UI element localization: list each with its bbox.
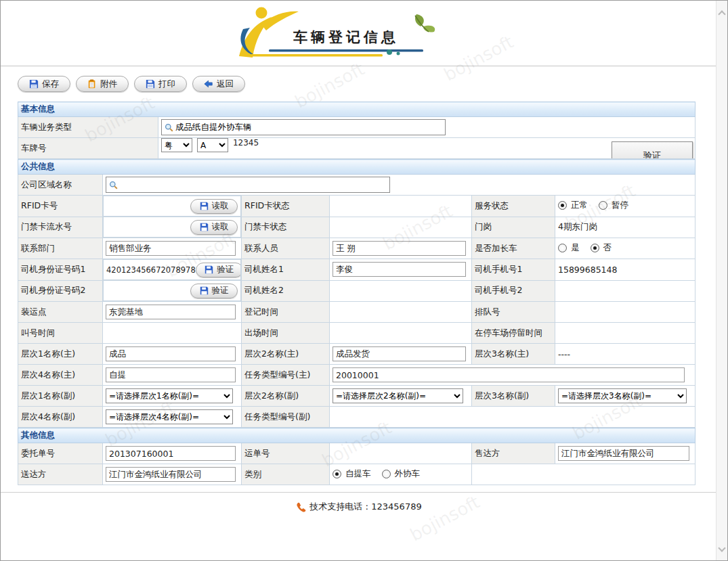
footer: 技术支持电话：123456789 — [1, 501, 717, 513]
driver1-name-cell: 李俊 — [330, 259, 472, 281]
category-cell: 自提车 外协车 — [330, 464, 472, 485]
long-vehicle-cell: 是 否 — [555, 238, 695, 259]
level2-sub-select[interactable]: =请选择层次2名称(副)= — [333, 388, 463, 403]
category-label: 类别 — [242, 464, 330, 485]
scroll-up-icon[interactable] — [718, 10, 725, 18]
level2-sub-cell: =请选择层次2名称(副)= — [330, 386, 472, 407]
access-status-value — [330, 217, 472, 238]
driver2-name-label: 司机姓名2 — [242, 280, 330, 302]
leaf-decoration-icon — [406, 12, 440, 40]
driver1-name-input[interactable]: 李俊 — [333, 262, 466, 277]
task-type-main-cell: 20010001 — [330, 365, 695, 386]
business-type-cell — [158, 117, 695, 138]
commission-number-cell: 201307160001 — [103, 443, 242, 464]
exit-time-label: 出场时间 — [242, 323, 330, 344]
print-button[interactable]: 打印 — [134, 76, 187, 92]
level4-sub-select[interactable]: =请选择层次4名称(副)= — [106, 409, 233, 424]
level4-main-cell: 自提 — [103, 365, 242, 386]
registration-time-value — [330, 302, 472, 323]
service-pause-radio[interactable] — [599, 201, 607, 210]
level4-main-input[interactable]: 自提 — [106, 367, 236, 382]
level2-main-label: 层次2名称(主) — [242, 344, 330, 365]
magnifier-icon — [109, 181, 118, 189]
save-icon — [29, 79, 39, 89]
attachment-button[interactable]: 附件 — [76, 76, 129, 92]
loading-point-cell: 东莞基地 — [103, 302, 242, 323]
commission-number-input[interactable]: 201307160001 — [106, 446, 236, 461]
task-type-sub-label: 任务类型编号(副) — [242, 407, 330, 428]
waybill-number-label: 运单号 — [242, 443, 330, 464]
level1-main-input[interactable]: 成品 — [106, 346, 236, 361]
contact-person-label: 联系人员 — [242, 238, 330, 259]
save-button[interactable]: 保存 — [18, 76, 70, 92]
rfid-read-button[interactable]: 读取 — [190, 199, 238, 214]
queue-number-label: 排队号 — [472, 302, 555, 323]
category-outsourced-radio[interactable] — [382, 470, 391, 478]
contact-dept-input[interactable]: 销售部业务 — [106, 241, 236, 256]
company-area-cell — [103, 175, 695, 196]
plate-cell: 粤 A 12345 验证 — [158, 138, 695, 159]
watermark: bojinsoft — [406, 492, 483, 545]
contact-person-cell: 王 朔 — [330, 238, 472, 259]
driver1-name-label: 司机姓名1 — [242, 259, 330, 281]
access-card-cell: 读取 — [103, 217, 241, 238]
plate-province-select[interactable]: 粤 — [161, 138, 192, 152]
level1-sub-select[interactable]: =请选择层次1名称(副)= — [106, 388, 233, 403]
exit-time-value — [330, 323, 472, 344]
long-no-radio[interactable] — [591, 244, 599, 252]
driver2-name-value — [330, 280, 472, 302]
save-icon — [200, 202, 209, 210]
service-status-radio-group: 正常 暂停 — [558, 200, 635, 211]
long-yes-radio[interactable] — [558, 244, 567, 252]
parking-stay-value — [555, 323, 695, 344]
level3-sub-label: 层次3名称(副) — [472, 386, 555, 407]
level1-main-label: 层次1名称(主) — [18, 344, 103, 365]
queue-number-value — [555, 302, 695, 323]
driver2-phone-label: 司机手机号2 — [472, 280, 555, 302]
driver1-verify-button[interactable]: 验证 — [196, 263, 241, 277]
gate-label: 门岗 — [472, 217, 555, 238]
contact-person-input[interactable]: 王 朔 — [333, 241, 466, 256]
access-card-label: 门禁卡流水号 — [18, 217, 103, 238]
ship-to-cell: 江门市金鸿纸业有限公司 — [103, 464, 242, 485]
driver1-phone-value: 15899685148 — [555, 259, 695, 281]
business-type-searchbox[interactable] — [161, 119, 446, 135]
commission-number-label: 委托单号 — [18, 443, 103, 464]
phone-icon — [296, 502, 306, 512]
level3-sub-select[interactable]: =请选择层次3名称(副)= — [558, 388, 687, 403]
level2-main-input[interactable]: 成品发货 — [333, 346, 466, 361]
sold-to-cell: 江门市金鸿纸业有限公司 — [555, 443, 695, 464]
other-info-section-header: 其他信息 — [18, 428, 695, 443]
company-area-input[interactable] — [120, 178, 387, 192]
save-icon — [205, 265, 213, 274]
driver2-id-cell: 验证 — [103, 280, 241, 301]
company-area-searchbox[interactable] — [106, 177, 390, 193]
public-info-section-header: 公共信息 — [18, 160, 695, 175]
task-type-main-input[interactable]: 20010001 — [333, 367, 685, 382]
driver1-phone-label: 司机手机号1 — [472, 259, 555, 281]
driver2-phone-value — [555, 280, 695, 302]
registration-time-label: 登记时间 — [242, 302, 330, 323]
loading-point-label: 装运点 — [18, 302, 103, 323]
public-info-table: 公共信息 公司区域名称 RFID卡号 读取 RFID卡状态 服务状态 — [18, 159, 695, 428]
driver1-id-cell: 420123456672078978 验证 — [103, 259, 241, 280]
ship-to-input[interactable]: 江门市金鸿纸业有限公司 — [106, 467, 236, 482]
service-normal-radio[interactable] — [558, 201, 567, 210]
category-self-pickup-radio[interactable] — [333, 470, 341, 478]
service-status-label: 服务状态 — [472, 196, 555, 217]
back-button[interactable]: 返回 — [192, 76, 245, 92]
task-type-sub-value — [330, 407, 695, 428]
sold-to-input[interactable]: 江门市金鸿纸业有限公司 — [558, 446, 689, 461]
scrollbar[interactable] — [716, 1, 727, 560]
access-read-button[interactable]: 读取 — [190, 220, 238, 235]
scroll-down-icon[interactable] — [718, 544, 725, 552]
level3-main-label: 层次3名称(主) — [472, 344, 555, 365]
driver2-verify-button[interactable]: 验证 — [190, 284, 238, 298]
plate-verify-button[interactable]: 验证 — [612, 141, 693, 159]
loading-point-input[interactable]: 东莞基地 — [106, 305, 236, 319]
plate-letter-select[interactable]: A — [197, 138, 228, 152]
back-arrow-icon — [204, 79, 213, 89]
business-type-input[interactable] — [175, 120, 442, 134]
driver2-id-label: 司机身份证号码2 — [18, 280, 103, 302]
gate-value: 4期东门岗 — [555, 217, 695, 238]
